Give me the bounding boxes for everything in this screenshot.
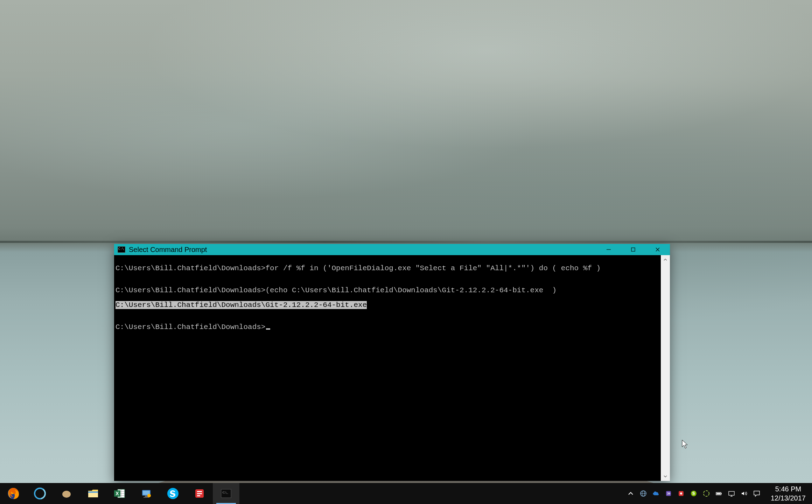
- svg-rect-25: [197, 491, 202, 492]
- desktop[interactable]: Select Command Prompt C:\Users\Bill.Chat…: [0, 0, 812, 504]
- terminal-line: C:\Users\Bill.Chatfield\Downloads>(echo …: [115, 287, 659, 294]
- taskbar-clock[interactable]: 5:46 PM 12/13/2017: [764, 483, 812, 504]
- taskbar-app-cortana[interactable]: [27, 483, 53, 504]
- svg-rect-9: [88, 491, 98, 493]
- remote-desktop-icon: [139, 486, 153, 500]
- svg-rect-39: [721, 493, 722, 494]
- tray-volume-icon[interactable]: [738, 483, 750, 504]
- tray-monitor-icon[interactable]: [725, 483, 738, 504]
- taskbar-app-generic[interactable]: [53, 483, 80, 504]
- taskbar-app-excel[interactable]: X: [106, 483, 133, 504]
- cmd-icon: [118, 246, 125, 253]
- tray-app-green-icon[interactable]: [700, 483, 713, 504]
- tray-battery-icon[interactable]: [713, 483, 725, 504]
- taskbar: X C:\_: [0, 483, 812, 504]
- taskbar-app-skype[interactable]: [160, 483, 186, 504]
- svg-point-37: [704, 491, 709, 496]
- terminal-prompt-line: C:\Users\Bill.Chatfield\Downloads>: [115, 323, 659, 331]
- app-icon: [59, 486, 74, 500]
- terminal-prompt: C:\Users\Bill.Chatfield\Downloads>: [115, 323, 265, 331]
- clock-time: 5:46 PM: [771, 484, 806, 493]
- svg-point-22: [147, 494, 151, 497]
- scroll-up-button[interactable]: [661, 255, 670, 264]
- svg-point-7: [62, 491, 71, 498]
- tray-app-purple-icon[interactable]: [662, 483, 675, 504]
- tray-app-red-icon[interactable]: [675, 483, 687, 504]
- tray-skype-icon[interactable]: [687, 483, 700, 504]
- terminal-line: C:\Users\Bill.Chatfield\Downloads\Git-2.…: [115, 301, 659, 309]
- command-prompt-window[interactable]: Select Command Prompt C:\Users\Bill.Chat…: [114, 244, 670, 481]
- svg-text:X: X: [115, 491, 119, 496]
- tray-globe-icon[interactable]: [637, 483, 650, 504]
- clock-date: 12/13/2017: [771, 493, 806, 503]
- notification-app-icon: [192, 486, 206, 500]
- terminal-selection: C:\Users\Bill.Chatfield\Downloads\Git-2.…: [115, 301, 367, 309]
- cortana-icon: [33, 486, 47, 500]
- terminal-line: C:\Users\Bill.Chatfield\Downloads>for /f…: [115, 265, 659, 272]
- maximize-button[interactable]: [621, 244, 645, 255]
- close-button[interactable]: [645, 244, 670, 255]
- file-explorer-icon: [86, 486, 100, 500]
- taskbar-app-file-explorer[interactable]: [80, 483, 106, 504]
- terminal-cursor: [266, 328, 270, 330]
- window-title: Select Command Prompt: [129, 246, 207, 254]
- taskbar-app-remote-desktop[interactable]: [133, 483, 160, 504]
- svg-rect-40: [716, 493, 720, 495]
- show-hidden-icons-button[interactable]: [624, 483, 637, 504]
- terminal-content[interactable]: C:\Users\Bill.Chatfield\Downloads>for /f…: [114, 255, 661, 481]
- taskbar-app-notifications[interactable]: [186, 483, 213, 504]
- svg-point-35: [680, 492, 682, 495]
- tray-action-center-icon[interactable]: [750, 483, 763, 504]
- excel-icon: X: [113, 486, 127, 500]
- svg-rect-27: [197, 495, 200, 496]
- taskbar-app-firefox[interactable]: [0, 483, 27, 504]
- scroll-down-button[interactable]: [661, 472, 670, 481]
- scrollbar-track[interactable]: [661, 264, 670, 472]
- tray-onedrive-icon[interactable]: [650, 483, 662, 504]
- svg-rect-26: [197, 493, 202, 494]
- terminal-body: C:\Users\Bill.Chatfield\Downloads>for /f…: [114, 255, 670, 481]
- command-prompt-icon: C:\_: [219, 486, 233, 500]
- scrollbar[interactable]: [661, 255, 670, 481]
- svg-rect-1: [631, 248, 635, 251]
- wallpaper-horizon: [0, 241, 812, 243]
- minimize-button[interactable]: [596, 244, 621, 255]
- firefox-icon: [6, 486, 20, 500]
- svg-rect-20: [145, 496, 148, 497]
- svg-rect-41: [729, 491, 734, 495]
- taskbar-app-command-prompt[interactable]: C:\_: [213, 483, 239, 504]
- taskbar-pinned-apps: X C:\_: [0, 483, 239, 504]
- svg-text:C:\_: C:\_: [223, 491, 228, 494]
- skype-icon: [166, 486, 180, 500]
- system-tray: [624, 483, 764, 504]
- titlebar[interactable]: Select Command Prompt: [114, 244, 670, 255]
